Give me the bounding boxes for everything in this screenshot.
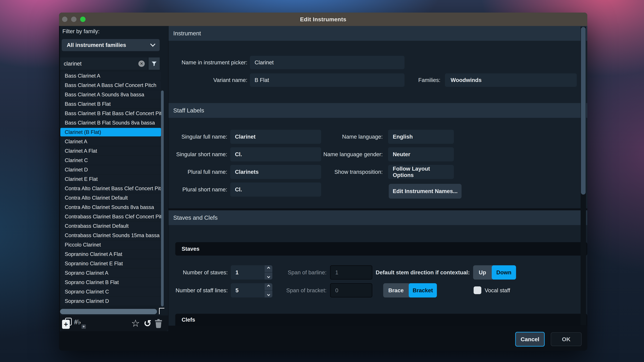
scrollbar-corner <box>159 308 164 314</box>
span-of-bracket-input: 0 <box>330 283 372 298</box>
instrument-list-item[interactable]: Clarinet C <box>60 156 161 165</box>
search-clear-icon[interactable]: ✕ <box>138 60 145 67</box>
variant-name-input[interactable]: B Flat <box>250 73 404 87</box>
instrument-list-item[interactable]: Sopranino Clarinet A Flat <box>60 250 161 258</box>
trash-icon <box>154 319 163 328</box>
singular-short-name-label: Singular short name: <box>168 147 227 161</box>
stem-up-button[interactable]: Up <box>473 265 492 280</box>
window-zoom-button[interactable] <box>80 16 86 22</box>
number-of-staff-lines-value: 5 <box>236 283 238 298</box>
instrument-list-item[interactable]: Contrabass Clarinet Default <box>60 222 161 230</box>
list-horizontal-scrollbar[interactable] <box>60 309 157 314</box>
family-dropdown-value: All instrument families <box>67 42 126 48</box>
brace-bracket-toggle: Brace Bracket <box>383 283 437 298</box>
plus-icon: + <box>82 325 86 329</box>
number-of-staff-lines-stepper[interactable]: 5 <box>231 283 272 298</box>
instrument-list-item[interactable]: Bass Clarinet A Bass Clef Concert Pitch <box>60 81 161 89</box>
edit-instruments-dialog: Edit Instruments Filter by family: All i… <box>59 12 587 351</box>
instrument-list-item[interactable]: Bass Clarinet B Flat Sounds 8va bassa <box>60 118 161 127</box>
instrument-sidebar: Filter by family: All instrument familie… <box>60 26 168 331</box>
vocal-staff-checkbox[interactable] <box>474 286 481 294</box>
search-value: clarinet <box>64 60 82 67</box>
name-language-gender-value[interactable]: Neuter <box>388 147 454 161</box>
add-instrument-button[interactable]: + <box>62 318 72 329</box>
instrument-list-item[interactable]: Contrabass Clarinet Sounds 15ma bassa <box>60 231 161 240</box>
instrument-list-item[interactable]: Contra Alto Clarinet Sounds 8va bassa <box>60 203 161 212</box>
ok-button[interactable]: OK <box>551 332 582 346</box>
favorite-star-button[interactable]: ☆ <box>130 317 140 330</box>
name-language-gender-label: Name language gender: <box>276 147 383 161</box>
chevron-down-icon <box>150 41 155 47</box>
span-of-bracket-label: Span of bracket: <box>269 283 326 298</box>
instrument-list: Bass Clarinet A Bass Clarinet A Bass Cle… <box>60 71 161 306</box>
family-dropdown[interactable]: All instrument families <box>62 39 160 51</box>
dialog-title: Edit Instruments <box>59 12 587 26</box>
instrument-list-item[interactable]: Clarinet A <box>60 137 161 146</box>
title-bar[interactable]: Edit Instruments <box>59 12 587 26</box>
reset-button[interactable]: ↺ <box>143 317 152 330</box>
delete-button[interactable] <box>154 319 163 328</box>
vocal-staff-label: Vocal staff <box>485 283 510 298</box>
add-variant-button[interactable]: #♭ + <box>74 318 86 329</box>
list-vertical-scrollbar[interactable] <box>161 90 164 306</box>
staff-labels-section-header: Staff Labels <box>168 103 587 118</box>
span-of-barline-label: Span of barline: <box>269 265 326 280</box>
search-input[interactable]: clarinet <box>60 57 148 70</box>
stem-down-button[interactable]: Down <box>492 265 516 280</box>
instrument-list-item[interactable]: Sopranino Clarinet E Flat <box>60 259 161 268</box>
instrument-list-item[interactable]: Clarinet (B Flat) <box>60 128 161 136</box>
stem-direction-toggle: Up Down <box>473 265 516 280</box>
instrument-list-item[interactable]: Bass Clarinet B Flat Bass Clef Concert P… <box>60 109 161 118</box>
variant-name-label: Variant name: <box>168 73 247 87</box>
instrument-list-item[interactable]: Contra Alto Clarinet Bass Clef Concert P… <box>60 184 161 193</box>
families-label: Families: <box>400 73 440 87</box>
funnel-icon <box>151 60 157 67</box>
show-transposition-label: Show transposition: <box>276 165 383 179</box>
main-scrollbar-thumb[interactable] <box>581 27 586 195</box>
brace-button[interactable]: Brace <box>383 283 409 298</box>
instrument-list-item[interactable]: Bass Clarinet A Sounds 8va bassa <box>60 90 161 99</box>
staves-subheader: Staves <box>175 242 587 256</box>
families-value[interactable]: Woodwinds <box>445 73 577 87</box>
staves-clefs-section-header: Staves and Clefs <box>168 210 587 225</box>
plural-short-name-input[interactable]: Cl. <box>230 183 321 197</box>
plural-short-name-label: Plural short name: <box>168 183 227 197</box>
sharp-flat-icon: #♭ <box>74 318 81 326</box>
name-in-picker-label: Name in instrument picker: <box>168 56 247 69</box>
instrument-list-item[interactable]: Soprano Clarinet C <box>60 287 161 296</box>
number-of-staves-stepper[interactable]: 1 <box>231 265 272 280</box>
clefs-subheader: Clefs <box>175 314 587 326</box>
window-close-button[interactable] <box>62 16 68 22</box>
stem-direction-label: Default stem direction if contextual: <box>362 265 470 280</box>
instrument-list-item[interactable]: Clarinet A Flat <box>60 147 161 155</box>
edit-instrument-names-button[interactable]: Edit Instrument Names... <box>389 184 462 199</box>
instrument-list-item[interactable]: Soprano Clarinet A <box>60 269 161 277</box>
main-panel: Instrument Name in instrument picker: Cl… <box>168 26 587 326</box>
instrument-list-item[interactable]: Contra Alto Clarinet Default <box>60 194 161 202</box>
instrument-list-item[interactable]: Bass Clarinet B Flat <box>60 100 161 108</box>
sidebar-toolbar: + #♭ + ☆ ↺ <box>60 316 168 331</box>
instrument-list-item[interactable]: Soprano Clarinet B Flat <box>60 278 161 287</box>
number-of-staves-label: Number of staves: <box>168 265 228 280</box>
name-language-label: Name language: <box>276 130 383 144</box>
plus-icon: + <box>62 320 70 329</box>
window-minimize-button[interactable] <box>71 16 76 22</box>
instrument-list-item[interactable]: Soprano Clarinet D <box>60 297 161 305</box>
number-of-staves-value: 1 <box>236 265 238 280</box>
instrument-list-item[interactable]: Piccolo Clarinet <box>60 241 161 249</box>
instrument-list-item[interactable]: Contrabass Clarinet Bass Clef Concert Pi… <box>60 212 161 221</box>
name-language-value[interactable]: English <box>388 130 454 144</box>
instrument-list-item[interactable]: Bass Clarinet A <box>60 71 161 80</box>
number-of-staff-lines-label: Number of staff lines: <box>168 283 228 298</box>
instrument-list-item[interactable]: Clarinet D <box>60 165 161 174</box>
bracket-button[interactable]: Bracket <box>409 283 437 298</box>
cancel-button[interactable]: Cancel <box>515 332 545 347</box>
instrument-section-header: Instrument <box>168 26 587 41</box>
instrument-list-item[interactable]: Clarinet E Flat <box>60 175 161 183</box>
filter-funnel-button[interactable] <box>148 57 160 70</box>
show-transposition-value[interactable]: Follow Layout Options <box>388 165 454 179</box>
name-in-picker-input[interactable]: Clarinet <box>250 56 404 69</box>
singular-full-name-label: Singular full name: <box>168 130 227 144</box>
desktop-wallpaper: Edit Instruments Filter by family: All i… <box>0 0 644 362</box>
filter-by-family-label: Filter by family: <box>62 27 100 35</box>
